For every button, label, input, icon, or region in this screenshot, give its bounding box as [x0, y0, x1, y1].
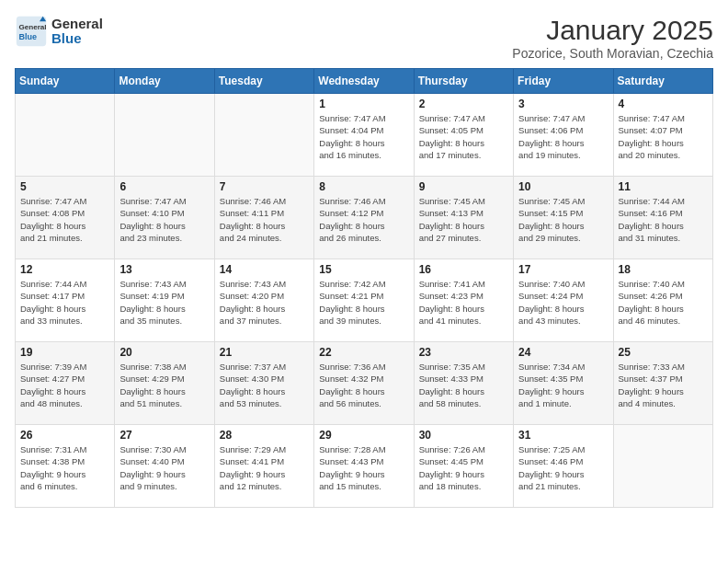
calendar-cell: 15Sunrise: 7:42 AM Sunset: 4:21 PM Dayli… — [314, 259, 414, 342]
day-number: 6 — [119, 180, 209, 193]
logo-text: General Blue — [51, 17, 103, 47]
calendar-cell: 17Sunrise: 7:40 AM Sunset: 4:24 PM Dayli… — [514, 259, 613, 342]
day-info: Sunrise: 7:47 AM Sunset: 4:04 PM Dayligh… — [319, 112, 408, 161]
day-number: 23 — [419, 346, 508, 359]
calendar-cell: 3Sunrise: 7:47 AM Sunset: 4:06 PM Daylig… — [514, 94, 613, 177]
week-row-3: 12Sunrise: 7:44 AM Sunset: 4:17 PM Dayli… — [16, 259, 713, 342]
calendar-cell: 10Sunrise: 7:45 AM Sunset: 4:15 PM Dayli… — [514, 177, 613, 259]
day-info: Sunrise: 7:40 AM Sunset: 4:24 PM Dayligh… — [518, 278, 608, 327]
day-info: Sunrise: 7:33 AM Sunset: 4:37 PM Dayligh… — [619, 361, 708, 409]
day-info: Sunrise: 7:42 AM Sunset: 4:21 PM Dayligh… — [319, 278, 408, 327]
week-row-1: 1Sunrise: 7:47 AM Sunset: 4:04 PM Daylig… — [16, 94, 713, 177]
day-number: 10 — [518, 180, 608, 193]
day-number: 14 — [220, 263, 309, 276]
day-number: 28 — [220, 429, 309, 442]
calendar-cell: 21Sunrise: 7:37 AM Sunset: 4:30 PM Dayli… — [214, 342, 313, 425]
calendar-cell: 26Sunrise: 7:31 AM Sunset: 4:38 PM Dayli… — [16, 425, 115, 508]
calendar-cell: 20Sunrise: 7:38 AM Sunset: 4:29 PM Dayli… — [115, 342, 214, 425]
day-info: Sunrise: 7:41 AM Sunset: 4:23 PM Dayligh… — [419, 278, 508, 327]
logo: General Blue General Blue — [15, 15, 103, 48]
calendar-cell: 25Sunrise: 7:33 AM Sunset: 4:37 PM Dayli… — [613, 342, 712, 425]
calendar-cell: 12Sunrise: 7:44 AM Sunset: 4:17 PM Dayli… — [16, 259, 115, 342]
day-number: 24 — [518, 346, 608, 359]
day-number: 20 — [119, 346, 209, 359]
weekday-header-friday: Friday — [514, 69, 613, 94]
calendar-cell: 13Sunrise: 7:43 AM Sunset: 4:19 PM Dayli… — [115, 259, 214, 342]
calendar-cell: 14Sunrise: 7:43 AM Sunset: 4:20 PM Dayli… — [214, 259, 313, 342]
day-number: 8 — [319, 180, 408, 193]
week-row-5: 26Sunrise: 7:31 AM Sunset: 4:38 PM Dayli… — [16, 425, 713, 508]
day-info: Sunrise: 7:34 AM Sunset: 4:35 PM Dayligh… — [518, 361, 608, 409]
day-info: Sunrise: 7:40 AM Sunset: 4:26 PM Dayligh… — [619, 278, 708, 327]
day-number: 25 — [619, 346, 708, 359]
svg-text:General: General — [19, 23, 47, 31]
day-info: Sunrise: 7:47 AM Sunset: 4:06 PM Dayligh… — [518, 112, 608, 161]
day-number: 16 — [419, 263, 508, 276]
day-info: Sunrise: 7:30 AM Sunset: 4:40 PM Dayligh… — [119, 443, 209, 492]
calendar-cell: 19Sunrise: 7:39 AM Sunset: 4:27 PM Dayli… — [16, 342, 115, 425]
svg-text:Blue: Blue — [19, 32, 38, 41]
week-row-4: 19Sunrise: 7:39 AM Sunset: 4:27 PM Dayli… — [16, 342, 713, 425]
day-info: Sunrise: 7:31 AM Sunset: 4:38 PM Dayligh… — [20, 443, 109, 492]
day-info: Sunrise: 7:29 AM Sunset: 4:41 PM Dayligh… — [220, 443, 309, 492]
weekday-header-row: SundayMondayTuesdayWednesdayThursdayFrid… — [16, 69, 713, 94]
day-info: Sunrise: 7:36 AM Sunset: 4:32 PM Dayligh… — [319, 361, 408, 409]
day-info: Sunrise: 7:44 AM Sunset: 4:17 PM Dayligh… — [20, 278, 109, 327]
day-number: 17 — [518, 263, 608, 276]
calendar-cell: 5Sunrise: 7:47 AM Sunset: 4:08 PM Daylig… — [16, 177, 115, 259]
day-info: Sunrise: 7:43 AM Sunset: 4:20 PM Dayligh… — [220, 278, 309, 327]
calendar-cell: 23Sunrise: 7:35 AM Sunset: 4:33 PM Dayli… — [414, 342, 513, 425]
page-header: General Blue General Blue January 2025 P… — [15, 15, 713, 61]
calendar-cell: 27Sunrise: 7:30 AM Sunset: 4:40 PM Dayli… — [115, 425, 214, 508]
calendar-cell: 6Sunrise: 7:47 AM Sunset: 4:10 PM Daylig… — [115, 177, 214, 259]
day-number: 13 — [119, 263, 209, 276]
weekday-header-sunday: Sunday — [16, 69, 115, 94]
weekday-header-saturday: Saturday — [613, 69, 712, 94]
calendar-cell: 31Sunrise: 7:25 AM Sunset: 4:46 PM Dayli… — [514, 425, 613, 508]
day-number: 5 — [20, 180, 109, 193]
calendar-cell: 4Sunrise: 7:47 AM Sunset: 4:07 PM Daylig… — [613, 94, 712, 177]
day-info: Sunrise: 7:47 AM Sunset: 4:08 PM Dayligh… — [20, 195, 109, 244]
day-info: Sunrise: 7:45 AM Sunset: 4:13 PM Dayligh… — [419, 195, 508, 244]
day-number: 29 — [319, 429, 408, 442]
day-number: 2 — [419, 98, 508, 110]
day-info: Sunrise: 7:46 AM Sunset: 4:12 PM Dayligh… — [319, 195, 408, 244]
calendar-cell: 30Sunrise: 7:26 AM Sunset: 4:45 PM Dayli… — [414, 425, 513, 508]
day-number: 15 — [319, 263, 408, 276]
calendar-cell: 16Sunrise: 7:41 AM Sunset: 4:23 PM Dayli… — [414, 259, 513, 342]
day-info: Sunrise: 7:44 AM Sunset: 4:16 PM Dayligh… — [619, 195, 708, 244]
calendar-cell — [115, 94, 214, 177]
calendar-cell — [613, 425, 712, 508]
month-title: January 2025 — [512, 15, 713, 46]
week-row-2: 5Sunrise: 7:47 AM Sunset: 4:08 PM Daylig… — [16, 177, 713, 259]
calendar-cell — [16, 94, 115, 177]
weekday-header-tuesday: Tuesday — [214, 69, 313, 94]
calendar-cell: 22Sunrise: 7:36 AM Sunset: 4:32 PM Dayli… — [314, 342, 414, 425]
calendar-table: SundayMondayTuesdayWednesdayThursdayFrid… — [15, 68, 713, 508]
calendar-cell: 1Sunrise: 7:47 AM Sunset: 4:04 PM Daylig… — [314, 94, 414, 177]
calendar-cell: 28Sunrise: 7:29 AM Sunset: 4:41 PM Dayli… — [214, 425, 313, 508]
day-number: 3 — [518, 98, 608, 110]
day-number: 27 — [119, 429, 209, 442]
day-number: 7 — [220, 180, 309, 193]
day-info: Sunrise: 7:37 AM Sunset: 4:30 PM Dayligh… — [220, 361, 309, 409]
calendar-cell — [214, 94, 313, 177]
location-text: Pozorice, South Moravian, Czechia — [512, 46, 713, 61]
logo-blue-text: Blue — [51, 31, 103, 47]
day-info: Sunrise: 7:25 AM Sunset: 4:46 PM Dayligh… — [518, 443, 608, 492]
day-number: 26 — [20, 429, 109, 442]
day-number: 21 — [220, 346, 309, 359]
day-info: Sunrise: 7:28 AM Sunset: 4:43 PM Dayligh… — [319, 443, 408, 492]
day-info: Sunrise: 7:38 AM Sunset: 4:29 PM Dayligh… — [119, 361, 209, 409]
day-number: 4 — [619, 98, 708, 110]
day-info: Sunrise: 7:47 AM Sunset: 4:05 PM Dayligh… — [419, 112, 508, 161]
calendar-cell: 7Sunrise: 7:46 AM Sunset: 4:11 PM Daylig… — [214, 177, 313, 259]
day-number: 18 — [619, 263, 708, 276]
day-number: 11 — [619, 180, 708, 193]
calendar-cell: 29Sunrise: 7:28 AM Sunset: 4:43 PM Dayli… — [314, 425, 414, 508]
day-number: 22 — [319, 346, 408, 359]
day-info: Sunrise: 7:47 AM Sunset: 4:07 PM Dayligh… — [619, 112, 708, 161]
day-info: Sunrise: 7:45 AM Sunset: 4:15 PM Dayligh… — [518, 195, 608, 244]
weekday-header-monday: Monday — [115, 69, 214, 94]
calendar-cell: 9Sunrise: 7:45 AM Sunset: 4:13 PM Daylig… — [414, 177, 513, 259]
